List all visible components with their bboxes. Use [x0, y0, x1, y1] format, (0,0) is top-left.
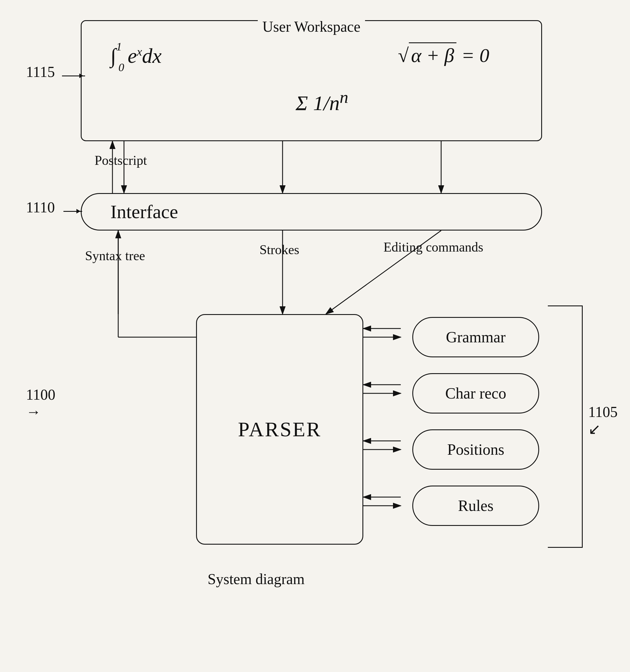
parser-label: PARSER — [238, 417, 322, 441]
editing-commands-label: Editing commands — [383, 239, 483, 255]
system-diagram-label: System diagram — [208, 571, 305, 587]
label-1115: 1115 — [26, 64, 55, 80]
workspace-box: User Workspace ∫10exdx √α + β = 0 Σ 1/nn — [81, 20, 542, 141]
formula-left: ∫10exdx — [111, 44, 161, 70]
label-1100: 1100→ — [26, 386, 55, 420]
charreco-label: Char reco — [445, 384, 506, 402]
label-1105: 1105↙ — [588, 403, 617, 438]
bracket-vertical — [582, 306, 583, 548]
diagram-container: User Workspace ∫10exdx √α + β = 0 Σ 1/nn… — [23, 11, 614, 660]
module-charreco-box: Char reco — [412, 373, 539, 413]
formula-center: Σ 1/nn — [296, 87, 348, 115]
module-rules-box: Rules — [412, 485, 539, 526]
arrow-1115 — [62, 75, 85, 76]
grammar-label: Grammar — [446, 328, 506, 346]
module-grammar-box: Grammar — [412, 317, 539, 357]
interface-label: Interface — [111, 201, 178, 223]
module-positions-box: Positions — [412, 429, 539, 470]
arrow-1110 — [64, 211, 82, 212]
positions-label: Positions — [447, 440, 504, 458]
formula-right: √α + β = 0 — [398, 44, 489, 67]
bracket-top — [548, 306, 582, 306]
workspace-label: User Workspace — [258, 18, 365, 35]
strokes-label: Strokes — [259, 242, 299, 257]
parser-box: PARSER — [196, 314, 363, 545]
interface-box: Interface — [81, 193, 542, 231]
label-1110: 1110 — [26, 199, 55, 216]
syntax-tree-label: Syntax tree — [85, 248, 145, 264]
postscript-label: Postscript — [95, 153, 147, 168]
bracket-bottom — [548, 547, 582, 548]
rules-label: Rules — [458, 497, 493, 515]
